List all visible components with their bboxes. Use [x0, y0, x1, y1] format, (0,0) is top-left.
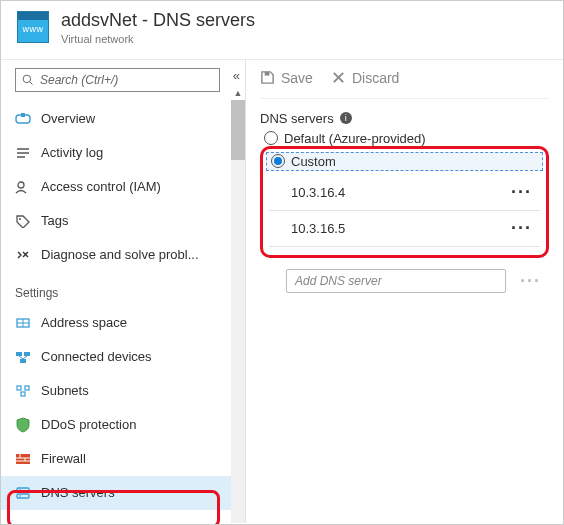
collapse-icon[interactable]: « [233, 68, 240, 83]
sidebar-item-diagnose[interactable]: Diagnose and solve probl... [1, 238, 246, 272]
search-placeholder: Search (Ctrl+/) [40, 73, 118, 87]
sidebar-item-subnets[interactable]: Subnets [1, 374, 246, 408]
sidebar-item-label: Diagnose and solve probl... [41, 247, 199, 262]
svg-rect-14 [20, 359, 26, 363]
svg-rect-17 [17, 386, 21, 390]
ddos-icon [15, 417, 31, 433]
radio-icon [264, 131, 278, 145]
sidebar-item-label: Address space [41, 315, 127, 330]
svg-point-8 [19, 218, 21, 220]
svg-rect-18 [25, 386, 29, 390]
sidebar-scrollbar[interactable]: ▲ [231, 100, 245, 523]
radio-label: Default (Azure-provided) [284, 131, 426, 146]
sidebar-item-label: Firewall [41, 451, 86, 466]
dns-server-value: 10.3.16.5 [291, 221, 345, 236]
sidebar-item-label: DDoS protection [41, 417, 136, 432]
devices-icon [15, 349, 31, 365]
main-panel: Save Discard DNS servers i Default (Azur… [246, 60, 563, 523]
sidebar-item-iam[interactable]: Access control (IAM) [1, 170, 246, 204]
sidebar-item-firewall[interactable]: Firewall [1, 442, 246, 476]
svg-line-16 [23, 356, 27, 359]
firewall-icon [15, 451, 31, 467]
save-icon [260, 70, 275, 85]
sidebar-item-tags[interactable]: Tags [1, 204, 246, 238]
sidebar-item-label: Connected devices [41, 349, 152, 364]
search-icon [22, 74, 34, 86]
address-icon [15, 315, 31, 331]
sidebar-item-label: DNS servers [41, 485, 115, 500]
svg-rect-25 [17, 488, 29, 492]
radio-default[interactable]: Default (Azure-provided) [260, 130, 549, 147]
svg-point-0 [23, 75, 31, 83]
sidebar-item-dns-servers[interactable]: DNS servers [1, 476, 246, 510]
dns-server-row: 10.3.16.4 ··· [269, 175, 540, 211]
svg-point-27 [19, 489, 21, 491]
log-icon [15, 145, 31, 161]
iam-icon [15, 179, 31, 195]
radio-icon [271, 154, 285, 168]
diagnose-icon [15, 247, 31, 263]
discard-button[interactable]: Discard [331, 70, 399, 86]
sidebar-item-label: Tags [41, 213, 68, 228]
svg-rect-26 [17, 494, 29, 498]
svg-rect-20 [16, 454, 30, 464]
discard-icon [331, 70, 346, 85]
svg-line-1 [30, 82, 33, 85]
search-input[interactable]: Search (Ctrl+/) [15, 68, 220, 92]
svg-point-28 [19, 495, 21, 497]
svg-point-7 [18, 182, 24, 188]
radio-custom[interactable]: Custom [266, 152, 543, 171]
resource-icon: www [17, 11, 49, 43]
svg-rect-3 [21, 113, 25, 117]
svg-rect-29 [265, 72, 270, 76]
annotation-highlight: Custom 10.3.16.4 ··· 10.3.16.5 ··· [260, 146, 549, 258]
dns-server-row: 10.3.16.5 ··· [269, 211, 540, 247]
discard-label: Discard [352, 70, 399, 86]
sidebar-item-ddos[interactable]: DDoS protection [1, 408, 246, 442]
svg-rect-19 [21, 392, 25, 396]
resource-type: Virtual network [61, 33, 255, 45]
sidebar-item-activity-log[interactable]: Activity log [1, 136, 246, 170]
tag-icon [15, 213, 31, 229]
dns-servers-label: DNS servers i [260, 111, 549, 126]
header: www addsvNet - DNS servers Virtual netwo… [1, 1, 563, 60]
dns-server-value: 10.3.16.4 [291, 185, 345, 200]
toolbar: Save Discard [260, 68, 549, 99]
sidebar-item-overview[interactable]: Overview [1, 102, 246, 136]
add-dns-placeholder: Add DNS server [295, 274, 382, 288]
subnets-icon [15, 383, 31, 399]
svg-line-15 [19, 356, 23, 359]
sidebar-item-label: Overview [41, 111, 95, 126]
sidebar-item-label: Access control (IAM) [41, 179, 161, 194]
sidebar-item-label: Activity log [41, 145, 103, 160]
sidebar-item-connected-devices[interactable]: Connected devices [1, 340, 246, 374]
radio-label: Custom [291, 154, 336, 169]
add-dns-input[interactable]: Add DNS server [286, 269, 506, 293]
sidebar-item-address-space[interactable]: Address space [1, 306, 246, 340]
save-button[interactable]: Save [260, 70, 313, 86]
page-title: addsvNet - DNS servers [61, 11, 255, 31]
svg-rect-12 [16, 352, 22, 356]
svg-rect-13 [24, 352, 30, 356]
sidebar: Search (Ctrl+/) « Overview Activity log … [1, 60, 246, 523]
dns-icon [15, 485, 31, 501]
sidebar-item-label: Subnets [41, 383, 89, 398]
info-icon[interactable]: i [340, 112, 352, 124]
overview-icon [15, 111, 31, 127]
sidebar-section-settings: Settings [1, 272, 246, 306]
save-label: Save [281, 70, 313, 86]
